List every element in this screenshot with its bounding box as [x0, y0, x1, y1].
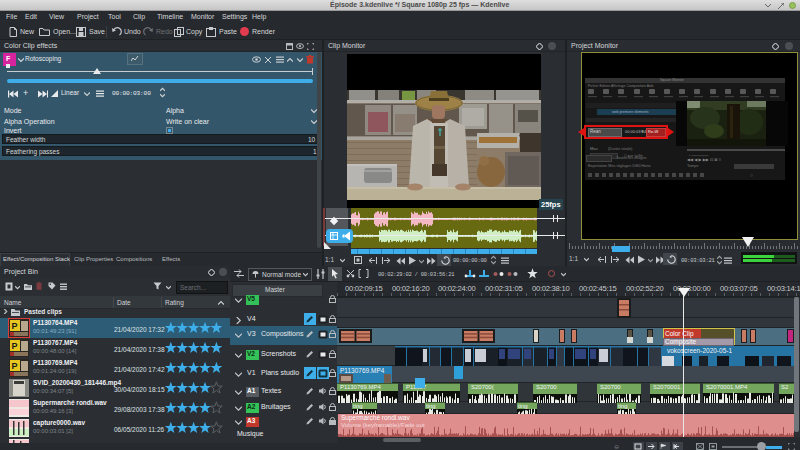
svg-text:P: P — [12, 341, 18, 351]
svg-text:P: P — [12, 361, 18, 371]
